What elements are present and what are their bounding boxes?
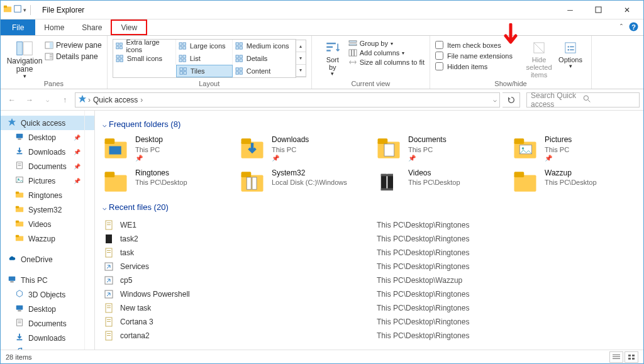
sidebar-item-downloads[interactable]: Downloads📌 <box>1 145 94 159</box>
file-name-extensions-toggle[interactable]: File name extensions <box>435 52 523 60</box>
hidden-items-toggle[interactable]: Hidden items <box>435 62 523 70</box>
svg-rect-20 <box>179 47 182 49</box>
svg-text:?: ? <box>631 23 636 31</box>
sort-by-button[interactable]: Sort by▾ <box>317 37 348 77</box>
qat-properties-icon[interactable] <box>13 4 22 15</box>
content-area: Quick access Desktop📌Downloads📌Documents… <box>1 111 643 350</box>
group-by-button[interactable]: Group by ▾ <box>348 40 425 47</box>
recent-file-row[interactable]: Windows PowershellThis PC\Desktop\Ringto… <box>103 287 636 301</box>
file-icon <box>103 289 115 299</box>
layout-option-medium-icons[interactable]: Medium icons <box>233 40 296 52</box>
tile-pictures[interactable]: PicturesThis PC📌 <box>512 135 636 162</box>
svg-point-62 <box>584 96 588 100</box>
breadcrumb-crumb[interactable]: Quick access <box>92 96 139 104</box>
navigation-pane-button[interactable]: Navigation pane▾ <box>6 37 43 80</box>
layout-scroll-down[interactable]: ▾ <box>296 52 306 64</box>
folder-icon <box>14 347 25 350</box>
back-button[interactable]: ← <box>4 92 19 108</box>
tile-desktop[interactable]: DesktopThis PC📌 <box>103 135 226 162</box>
up-button[interactable]: ↑ <box>57 92 72 108</box>
recent-file-row[interactable]: cp5This PC\Desktop\Wazzup <box>103 273 636 287</box>
options-button[interactable]: Options▾ <box>555 37 586 70</box>
preview-pane-toggle[interactable]: Preview pane <box>45 41 102 50</box>
refresh-button[interactable] <box>502 92 520 108</box>
frequent-folders-header[interactable]: Frequent folders (8) <box>103 119 636 129</box>
sidebar-pc-item-music[interactable]: Music <box>1 345 94 350</box>
recent-file-row[interactable]: New taskThis PC\Desktop\Ringtones <box>103 301 636 315</box>
layout-option-details[interactable]: Details <box>233 52 296 65</box>
tile-system32[interactable]: System32Local Disk (C:)\Windows <box>239 168 363 195</box>
breadcrumb[interactable]: › Quick access › ⌵ <box>75 92 500 108</box>
sidebar-item-videos[interactable]: Videos <box>1 217 94 231</box>
help-icon[interactable]: ? <box>629 22 638 33</box>
recent-file-row[interactable]: ServicesThis PC\Desktop\Ringtones <box>103 260 636 273</box>
hide-selected-button[interactable]: Hide selected items <box>523 37 555 79</box>
svg-rect-16 <box>116 47 119 49</box>
sidebar-pc-item-downloads[interactable]: Downloads <box>1 331 94 345</box>
qat-dropdown-icon[interactable]: ▾ <box>23 7 26 13</box>
tab-share[interactable]: Share <box>73 19 111 35</box>
sidebar-pc-item-3d-objects[interactable]: 3D Objects <box>1 287 94 302</box>
layout-scroll-up[interactable]: ▴ <box>296 40 306 52</box>
sidebar-item-wazzup[interactable]: Wazzup <box>1 231 94 246</box>
sidebar-item-ringtones[interactable]: Ringtones <box>1 188 94 202</box>
close-button[interactable]: ✕ <box>613 1 641 19</box>
sidebar-item-pictures[interactable]: Pictures📌 <box>1 174 94 188</box>
layout-option-extra-large-icons[interactable]: Extra large icons <box>113 40 176 52</box>
details-pane-toggle[interactable]: Details pane <box>45 52 102 61</box>
svg-rect-134 <box>613 355 620 355</box>
layout-option-content[interactable]: Content <box>233 65 296 77</box>
maximize-button[interactable] <box>584 1 613 19</box>
recent-file-row[interactable]: WE1This PC\Desktop\Ringtones <box>103 218 636 232</box>
tab-home[interactable]: Home <box>35 19 73 35</box>
recent-file-row[interactable]: Cortana 3This PC\Desktop\Ringtones <box>103 315 636 329</box>
tile-wazzup[interactable]: WazzupThis PC\Desktop <box>512 168 636 195</box>
main-view[interactable]: Frequent folders (8) DesktopThis PC📌Down… <box>95 111 643 350</box>
tile-ringtones[interactable]: RingtonesThis PC\Desktop <box>103 168 226 195</box>
sidebar-item-system32[interactable]: System32 <box>1 202 94 217</box>
view-large-button[interactable] <box>625 351 638 363</box>
svg-rect-74 <box>16 192 19 194</box>
svg-rect-15 <box>119 43 122 45</box>
tile-downloads[interactable]: DownloadsThis PC📌 <box>239 135 363 162</box>
recent-file-row[interactable]: taskThis PC\Desktop\Ringtones <box>103 246 636 260</box>
address-bar: ← → ⌵ ↑ › Quick access › ⌵ Search Quick … <box>1 89 643 111</box>
search-input[interactable]: Search Quick access <box>526 92 640 108</box>
size-columns-button[interactable]: Size all columns to fit <box>348 58 425 66</box>
svg-rect-65 <box>16 134 23 138</box>
sidebar-onedrive[interactable]: OneDrive <box>1 252 94 267</box>
ribbon: Navigation pane▾ Preview pane Details pa… <box>1 36 643 89</box>
minimize-button[interactable]: ─ <box>556 1 584 19</box>
layout-expand[interactable]: ▾ <box>296 65 306 77</box>
sidebar-this-pc[interactable]: This PC <box>1 273 94 287</box>
layout-option-list[interactable]: List <box>176 52 233 65</box>
add-columns-button[interactable]: Add columns ▾ <box>348 49 425 57</box>
layout-option-small-icons[interactable]: Small icons <box>113 52 176 65</box>
svg-rect-69 <box>18 163 21 164</box>
sidebar-pc-item-desktop[interactable]: Desktop <box>1 302 94 316</box>
layout-view-gallery[interactable]: Extra large iconsLarge iconsMedium icons… <box>113 39 296 78</box>
navigation-sidebar[interactable]: Quick access Desktop📌Downloads📌Documents… <box>1 111 95 350</box>
sidebar-item-desktop[interactable]: Desktop📌 <box>1 130 94 145</box>
tab-file[interactable]: File <box>1 19 35 35</box>
layout-option-large-icons[interactable]: Large icons <box>176 40 233 52</box>
svg-rect-127 <box>107 307 111 308</box>
tile-videos[interactable]: VideosThis PC\Desktop <box>375 168 499 195</box>
recent-file-row[interactable]: task2This PC\Desktop\Ringtones <box>103 232 636 246</box>
recent-locations-button[interactable]: ⌵ <box>40 92 55 108</box>
collapse-ribbon-icon[interactable]: ˆ <box>620 23 623 32</box>
forward-button[interactable]: → <box>22 92 37 108</box>
tile-documents[interactable]: DocumentsThis PC📌 <box>375 135 499 162</box>
recent-file-row[interactable]: cortana2This PC\Desktop\Ringtones <box>103 329 636 343</box>
view-details-button[interactable] <box>609 351 623 363</box>
folder-icon <box>14 333 25 343</box>
recent-files-header[interactable]: Recent files (20) <box>103 202 636 212</box>
tab-view[interactable]: View <box>111 19 147 35</box>
sidebar-pc-item-documents[interactable]: Documents <box>1 316 94 331</box>
folder-icon <box>103 168 129 195</box>
sidebar-quick-access[interactable]: Quick access <box>1 116 94 130</box>
address-dropdown[interactable]: ⌵ <box>493 96 497 103</box>
layout-option-tiles[interactable]: Tiles <box>176 65 233 77</box>
sidebar-item-documents[interactable]: Documents📌 <box>1 159 94 174</box>
search-placeholder: Search Quick access <box>531 91 583 109</box>
